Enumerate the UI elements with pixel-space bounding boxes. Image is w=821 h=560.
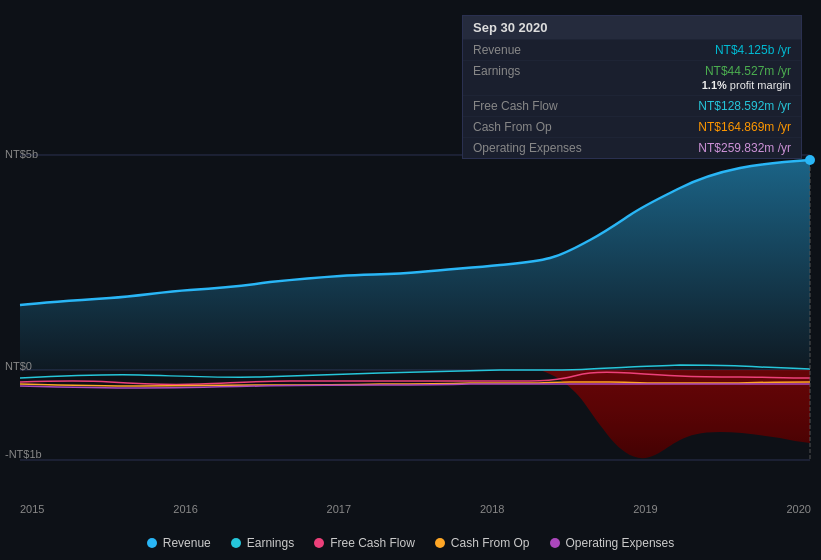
info-row-revenue: Revenue NT$4.125b /yr — [463, 39, 801, 60]
x-label-2020: 2020 — [786, 503, 810, 515]
opex-label: Operating Expenses — [473, 141, 582, 155]
x-label-2015: 2015 — [20, 503, 44, 515]
opex-value: NT$259.832m /yr — [698, 141, 791, 155]
fcf-value: NT$128.592m /yr — [698, 99, 791, 113]
x-label-2017: 2017 — [327, 503, 351, 515]
info-row-earnings: Earnings NT$44.527m /yr 1.1% profit marg… — [463, 60, 801, 95]
legend-label-cashfromop: Cash From Op — [451, 536, 530, 550]
legend-dot-cashfromop — [435, 538, 445, 548]
legend-dot-opex — [550, 538, 560, 548]
info-row-fcf: Free Cash Flow NT$128.592m /yr — [463, 95, 801, 116]
legend-dot-earnings — [231, 538, 241, 548]
revenue-value: NT$4.125b /yr — [715, 43, 791, 57]
info-tooltip: Sep 30 2020 Revenue NT$4.125b /yr Earnin… — [462, 15, 802, 159]
cashfromop-label: Cash From Op — [473, 120, 552, 134]
info-row-cashfromop: Cash From Op NT$164.869m /yr — [463, 116, 801, 137]
legend-label-earnings: Earnings — [247, 536, 294, 550]
legend-dot-revenue — [147, 538, 157, 548]
x-label-2016: 2016 — [173, 503, 197, 515]
legend-opex[interactable]: Operating Expenses — [550, 536, 675, 550]
cashfromop-value: NT$164.869m /yr — [698, 120, 791, 134]
fcf-label: Free Cash Flow — [473, 99, 558, 113]
y-label-5b: NT$5b — [5, 148, 38, 160]
earnings-value: NT$44.527m /yr 1.1% profit margin — [702, 64, 791, 92]
earnings-label: Earnings — [473, 64, 520, 92]
svg-point-4 — [805, 155, 815, 165]
legend-dot-fcf — [314, 538, 324, 548]
x-axis-labels: 2015 2016 2017 2018 2019 2020 — [20, 503, 811, 515]
legend-fcf[interactable]: Free Cash Flow — [314, 536, 415, 550]
y-label-neg1b: -NT$1b — [5, 448, 42, 460]
x-label-2018: 2018 — [480, 503, 504, 515]
legend-revenue[interactable]: Revenue — [147, 536, 211, 550]
info-title: Sep 30 2020 — [463, 16, 801, 39]
legend-cashfromop[interactable]: Cash From Op — [435, 536, 530, 550]
info-row-opex: Operating Expenses NT$259.832m /yr — [463, 137, 801, 158]
legend-label-opex: Operating Expenses — [566, 536, 675, 550]
y-label-0: NT$0 — [5, 360, 32, 372]
legend-earnings[interactable]: Earnings — [231, 536, 294, 550]
chart-legend: Revenue Earnings Free Cash Flow Cash Fro… — [0, 536, 821, 550]
legend-label-revenue: Revenue — [163, 536, 211, 550]
x-label-2019: 2019 — [633, 503, 657, 515]
revenue-label: Revenue — [473, 43, 521, 57]
legend-label-fcf: Free Cash Flow — [330, 536, 415, 550]
